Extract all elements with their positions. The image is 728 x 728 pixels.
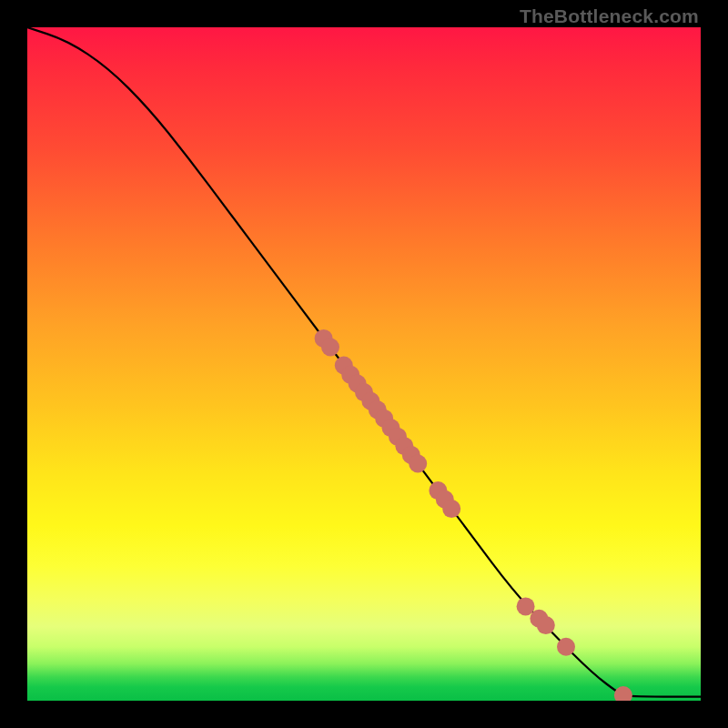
data-point (537, 616, 555, 634)
data-point (614, 686, 632, 701)
chart-svg (27, 27, 701, 701)
curve-line (27, 27, 701, 697)
data-point (321, 339, 339, 357)
data-point (409, 455, 427, 473)
plot-area (27, 27, 701, 701)
data-point (517, 597, 535, 615)
data-point (442, 500, 460, 518)
data-point (557, 638, 575, 656)
watermark-text: TheBottleneck.com (520, 5, 699, 27)
data-points (315, 329, 632, 701)
